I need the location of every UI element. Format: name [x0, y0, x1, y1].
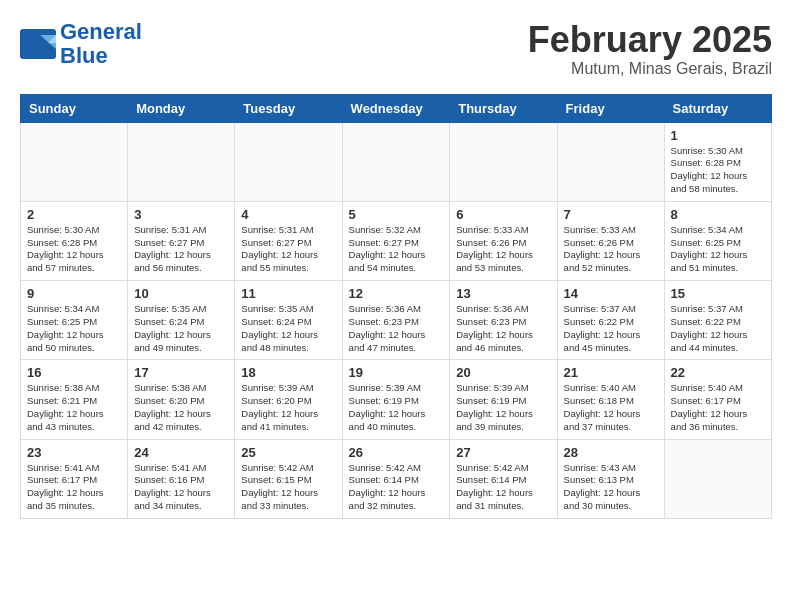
day-number: 22: [671, 365, 765, 380]
day-info: Sunrise: 5:34 AM Sunset: 6:25 PM Dayligh…: [671, 224, 765, 275]
day-cell: 3Sunrise: 5:31 AM Sunset: 6:27 PM Daylig…: [128, 201, 235, 280]
day-info: Sunrise: 5:41 AM Sunset: 6:16 PM Dayligh…: [134, 462, 228, 513]
day-cell: [128, 122, 235, 201]
day-cell: [664, 439, 771, 518]
day-info: Sunrise: 5:39 AM Sunset: 6:19 PM Dayligh…: [456, 382, 550, 433]
day-info: Sunrise: 5:33 AM Sunset: 6:26 PM Dayligh…: [564, 224, 658, 275]
day-info: Sunrise: 5:32 AM Sunset: 6:27 PM Dayligh…: [349, 224, 444, 275]
day-cell: 10Sunrise: 5:35 AM Sunset: 6:24 PM Dayli…: [128, 281, 235, 360]
weekday-header-tuesday: Tuesday: [235, 94, 342, 122]
day-info: Sunrise: 5:36 AM Sunset: 6:23 PM Dayligh…: [456, 303, 550, 354]
day-cell: 14Sunrise: 5:37 AM Sunset: 6:22 PM Dayli…: [557, 281, 664, 360]
logo-line2: Blue: [60, 43, 108, 68]
weekday-header-friday: Friday: [557, 94, 664, 122]
day-cell: 12Sunrise: 5:36 AM Sunset: 6:23 PM Dayli…: [342, 281, 450, 360]
day-info: Sunrise: 5:37 AM Sunset: 6:22 PM Dayligh…: [564, 303, 658, 354]
day-cell: 28Sunrise: 5:43 AM Sunset: 6:13 PM Dayli…: [557, 439, 664, 518]
day-cell: [450, 122, 557, 201]
day-info: Sunrise: 5:36 AM Sunset: 6:23 PM Dayligh…: [349, 303, 444, 354]
day-info: Sunrise: 5:37 AM Sunset: 6:22 PM Dayligh…: [671, 303, 765, 354]
day-number: 11: [241, 286, 335, 301]
day-cell: 13Sunrise: 5:36 AM Sunset: 6:23 PM Dayli…: [450, 281, 557, 360]
calendar-subtitle: Mutum, Minas Gerais, Brazil: [528, 60, 772, 78]
day-number: 1: [671, 128, 765, 143]
day-number: 2: [27, 207, 121, 222]
day-cell: 6Sunrise: 5:33 AM Sunset: 6:26 PM Daylig…: [450, 201, 557, 280]
day-number: 6: [456, 207, 550, 222]
week-row-3: 9Sunrise: 5:34 AM Sunset: 6:25 PM Daylig…: [21, 281, 772, 360]
day-cell: [21, 122, 128, 201]
day-cell: 24Sunrise: 5:41 AM Sunset: 6:16 PM Dayli…: [128, 439, 235, 518]
logo-line1: General: [60, 19, 142, 44]
day-number: 10: [134, 286, 228, 301]
day-number: 7: [564, 207, 658, 222]
day-number: 27: [456, 445, 550, 460]
day-cell: 5Sunrise: 5:32 AM Sunset: 6:27 PM Daylig…: [342, 201, 450, 280]
day-number: 20: [456, 365, 550, 380]
day-number: 26: [349, 445, 444, 460]
week-row-4: 16Sunrise: 5:38 AM Sunset: 6:21 PM Dayli…: [21, 360, 772, 439]
day-cell: 2Sunrise: 5:30 AM Sunset: 6:28 PM Daylig…: [21, 201, 128, 280]
day-number: 18: [241, 365, 335, 380]
day-cell: 19Sunrise: 5:39 AM Sunset: 6:19 PM Dayli…: [342, 360, 450, 439]
day-cell: 20Sunrise: 5:39 AM Sunset: 6:19 PM Dayli…: [450, 360, 557, 439]
day-info: Sunrise: 5:38 AM Sunset: 6:20 PM Dayligh…: [134, 382, 228, 433]
day-info: Sunrise: 5:35 AM Sunset: 6:24 PM Dayligh…: [134, 303, 228, 354]
day-info: Sunrise: 5:31 AM Sunset: 6:27 PM Dayligh…: [241, 224, 335, 275]
day-number: 19: [349, 365, 444, 380]
day-cell: 4Sunrise: 5:31 AM Sunset: 6:27 PM Daylig…: [235, 201, 342, 280]
day-number: 4: [241, 207, 335, 222]
day-number: 3: [134, 207, 228, 222]
day-cell: 7Sunrise: 5:33 AM Sunset: 6:26 PM Daylig…: [557, 201, 664, 280]
day-number: 13: [456, 286, 550, 301]
day-cell: 21Sunrise: 5:40 AM Sunset: 6:18 PM Dayli…: [557, 360, 664, 439]
day-cell: 23Sunrise: 5:41 AM Sunset: 6:17 PM Dayli…: [21, 439, 128, 518]
day-info: Sunrise: 5:34 AM Sunset: 6:25 PM Dayligh…: [27, 303, 121, 354]
day-number: 17: [134, 365, 228, 380]
calendar-title: February 2025: [528, 20, 772, 60]
day-cell: 17Sunrise: 5:38 AM Sunset: 6:20 PM Dayli…: [128, 360, 235, 439]
day-number: 14: [564, 286, 658, 301]
weekday-header-monday: Monday: [128, 94, 235, 122]
day-cell: 1Sunrise: 5:30 AM Sunset: 6:28 PM Daylig…: [664, 122, 771, 201]
week-row-1: 1Sunrise: 5:30 AM Sunset: 6:28 PM Daylig…: [21, 122, 772, 201]
day-info: Sunrise: 5:40 AM Sunset: 6:17 PM Dayligh…: [671, 382, 765, 433]
day-cell: 11Sunrise: 5:35 AM Sunset: 6:24 PM Dayli…: [235, 281, 342, 360]
day-info: Sunrise: 5:38 AM Sunset: 6:21 PM Dayligh…: [27, 382, 121, 433]
day-number: 9: [27, 286, 121, 301]
weekday-header-thursday: Thursday: [450, 94, 557, 122]
day-cell: 18Sunrise: 5:39 AM Sunset: 6:20 PM Dayli…: [235, 360, 342, 439]
day-number: 5: [349, 207, 444, 222]
day-cell: 27Sunrise: 5:42 AM Sunset: 6:14 PM Dayli…: [450, 439, 557, 518]
day-info: Sunrise: 5:40 AM Sunset: 6:18 PM Dayligh…: [564, 382, 658, 433]
day-number: 28: [564, 445, 658, 460]
day-cell: 16Sunrise: 5:38 AM Sunset: 6:21 PM Dayli…: [21, 360, 128, 439]
title-area: February 2025 Mutum, Minas Gerais, Brazi…: [528, 20, 772, 78]
day-number: 25: [241, 445, 335, 460]
day-number: 16: [27, 365, 121, 380]
day-cell: [342, 122, 450, 201]
day-number: 12: [349, 286, 444, 301]
day-info: Sunrise: 5:41 AM Sunset: 6:17 PM Dayligh…: [27, 462, 121, 513]
day-cell: 25Sunrise: 5:42 AM Sunset: 6:15 PM Dayli…: [235, 439, 342, 518]
day-info: Sunrise: 5:39 AM Sunset: 6:19 PM Dayligh…: [349, 382, 444, 433]
day-info: Sunrise: 5:42 AM Sunset: 6:14 PM Dayligh…: [456, 462, 550, 513]
day-info: Sunrise: 5:30 AM Sunset: 6:28 PM Dayligh…: [671, 145, 765, 196]
weekday-header-wednesday: Wednesday: [342, 94, 450, 122]
day-cell: 26Sunrise: 5:42 AM Sunset: 6:14 PM Dayli…: [342, 439, 450, 518]
day-cell: 9Sunrise: 5:34 AM Sunset: 6:25 PM Daylig…: [21, 281, 128, 360]
day-info: Sunrise: 5:39 AM Sunset: 6:20 PM Dayligh…: [241, 382, 335, 433]
day-info: Sunrise: 5:35 AM Sunset: 6:24 PM Dayligh…: [241, 303, 335, 354]
week-row-5: 23Sunrise: 5:41 AM Sunset: 6:17 PM Dayli…: [21, 439, 772, 518]
day-number: 24: [134, 445, 228, 460]
day-number: 21: [564, 365, 658, 380]
day-info: Sunrise: 5:31 AM Sunset: 6:27 PM Dayligh…: [134, 224, 228, 275]
day-cell: [557, 122, 664, 201]
week-row-2: 2Sunrise: 5:30 AM Sunset: 6:28 PM Daylig…: [21, 201, 772, 280]
day-info: Sunrise: 5:42 AM Sunset: 6:15 PM Dayligh…: [241, 462, 335, 513]
day-info: Sunrise: 5:43 AM Sunset: 6:13 PM Dayligh…: [564, 462, 658, 513]
day-cell: 8Sunrise: 5:34 AM Sunset: 6:25 PM Daylig…: [664, 201, 771, 280]
day-info: Sunrise: 5:33 AM Sunset: 6:26 PM Dayligh…: [456, 224, 550, 275]
day-number: 8: [671, 207, 765, 222]
weekday-header-saturday: Saturday: [664, 94, 771, 122]
